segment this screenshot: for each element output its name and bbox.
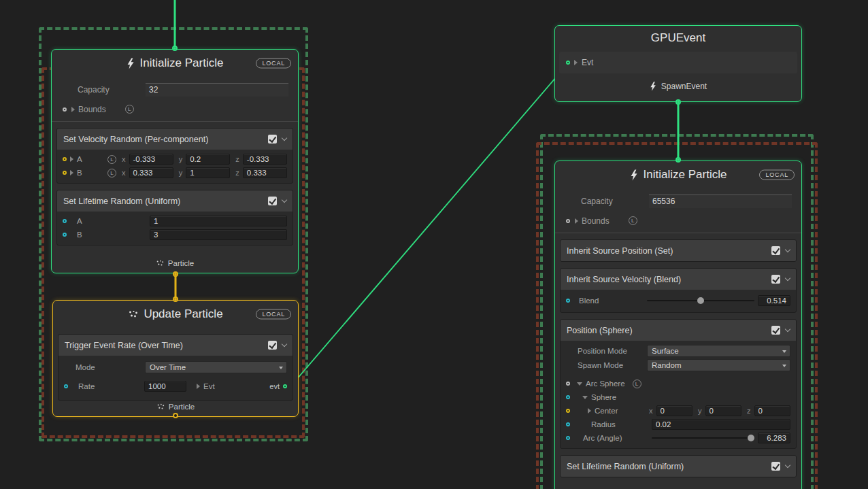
flow-port-left-initialize-out[interactable] (173, 271, 178, 277)
port-a[interactable] (63, 157, 67, 161)
edge-evt-to-gpuevent[interactable] (292, 63, 569, 385)
evt-input-port[interactable] (566, 61, 570, 65)
block-set-lifetime-random[interactable]: Set Lifetime Random (Uniform) A 1 B 3 (56, 190, 293, 246)
value-x-field[interactable]: 0.333 (129, 167, 173, 178)
arc-angle-value-field[interactable]: 6.283 (758, 433, 790, 443)
flow-port-update-in[interactable] (173, 297, 178, 302)
position-mode-dropdown[interactable]: Surface (647, 345, 790, 357)
chevron-down-icon[interactable] (785, 247, 790, 252)
blend-slider[interactable] (647, 297, 754, 305)
block-enabled-checkbox[interactable] (771, 462, 780, 471)
value-y-field[interactable]: 1 (186, 167, 230, 178)
block-header[interactable]: Set Velocity Random (Per-component) (57, 129, 293, 150)
triangle-right-icon[interactable] (70, 170, 73, 175)
block-header[interactable]: Trigger Event Rate (Over Time) (59, 335, 293, 356)
center-x-field[interactable]: 0 (656, 405, 693, 416)
port-b[interactable] (63, 171, 67, 175)
update-particle-context[interactable]: Update Particle LOCAL Trigger Event Rate… (52, 300, 299, 417)
chevron-down-icon[interactable] (785, 462, 790, 468)
block-enabled-checkbox[interactable] (771, 246, 780, 255)
block-header[interactable]: Position (Sphere) (561, 320, 796, 341)
block-body: A L x -0.333 y 0.2 z -0.333 B L x 0.333 (57, 150, 293, 183)
arc-sphere-port[interactable] (566, 382, 570, 386)
blend-port[interactable] (566, 299, 570, 303)
value-z-field[interactable]: -0.333 (243, 154, 287, 165)
block-enabled-checkbox[interactable] (771, 326, 780, 335)
blend-value-field[interactable]: 0.514 (758, 295, 790, 306)
port-b[interactable] (63, 233, 67, 237)
local-space-icon[interactable]: L (629, 216, 637, 225)
evt-output-port[interactable] (283, 384, 287, 388)
gpuevent-context[interactable]: GPUEvent Evt SpawnEvent (554, 25, 802, 102)
chevron-down-icon[interactable] (282, 341, 287, 347)
triangle-right-icon[interactable] (197, 384, 200, 389)
triangle-right-icon[interactable] (70, 156, 73, 162)
bounds-port[interactable] (566, 219, 570, 223)
value-y-field[interactable]: 0.2 (186, 154, 230, 165)
node-header[interactable]: Initialize Particle LOCAL (52, 50, 298, 77)
flow-port-gpuevent-out[interactable] (675, 99, 681, 105)
local-space-icon[interactable]: L (107, 169, 116, 178)
block-enabled-checkbox[interactable] (268, 197, 277, 205)
local-space-icon[interactable]: L (633, 380, 641, 388)
block-inherit-source-velocity[interactable]: Inherit Source Velocity (Blend) Blend 0.… (560, 268, 797, 313)
block-enabled-checkbox[interactable] (771, 275, 780, 284)
vfx-graph-canvas[interactable]: Initialize Particle LOCAL Capacity 32 Bo… (0, 0, 868, 489)
mode-dropdown[interactable]: Over Time (145, 361, 287, 373)
triangle-right-icon[interactable] (574, 60, 578, 65)
block-inherit-source-position[interactable]: Inherit Source Position (Set) (560, 239, 797, 262)
initialize-particle-context-right[interactable]: Initialize Particle LOCAL Capacity 65536… (554, 161, 802, 489)
block-enabled-checkbox[interactable] (268, 135, 277, 144)
rate-port[interactable] (64, 384, 68, 388)
block-header[interactable]: Set Lifetime Random (Uniform) (57, 190, 293, 212)
radius-port[interactable] (566, 422, 570, 426)
center-z-field[interactable]: 0 (754, 405, 791, 416)
chevron-down-icon[interactable] (785, 326, 790, 332)
sphere-port[interactable] (566, 395, 570, 399)
center-y-field[interactable]: 0 (705, 405, 742, 416)
block-trigger-event-rate[interactable]: Trigger Event Rate (Over Time) Mode Over… (58, 334, 293, 401)
rate-field[interactable]: 1000 (144, 381, 186, 392)
capacity-field[interactable]: 65536 (649, 195, 792, 208)
node-header[interactable]: Initialize Particle LOCAL (555, 161, 801, 188)
particles-icon (128, 310, 138, 318)
local-space-icon[interactable]: L (107, 155, 116, 164)
initialize-particle-context-left[interactable]: Initialize Particle LOCAL Capacity 32 Bo… (51, 49, 299, 273)
row-label: B (77, 231, 146, 239)
block-header[interactable]: Inherit Source Velocity (Blend) (561, 269, 796, 290)
local-space-icon[interactable]: L (125, 105, 134, 114)
node-header[interactable]: GPUEvent (555, 26, 801, 50)
value-x-field[interactable]: -0.333 (129, 154, 173, 165)
bounds-port[interactable] (63, 107, 67, 112)
node-header[interactable]: Update Particle LOCAL (53, 301, 298, 328)
foldout-open-icon[interactable] (582, 396, 588, 399)
value-field[interactable]: 1 (150, 216, 287, 226)
block-enabled-checkbox[interactable] (268, 341, 277, 350)
capacity-field[interactable]: 32 (146, 83, 288, 97)
flow-port-left-initialize-in[interactable] (172, 46, 178, 51)
footer-label: Particle (169, 403, 195, 411)
center-port[interactable] (566, 409, 570, 413)
chevron-down-icon[interactable] (282, 197, 287, 203)
value-z-field[interactable]: 0.333 (243, 167, 287, 178)
divider (555, 233, 801, 233)
value-field[interactable]: 3 (150, 229, 287, 240)
block-set-velocity-random[interactable]: Set Velocity Random (Per-component) A L … (56, 128, 293, 184)
block-header[interactable]: Inherit Source Position (Set) (561, 240, 796, 261)
port-a[interactable] (63, 219, 67, 223)
triangle-right-icon[interactable] (588, 408, 591, 414)
triangle-right-icon[interactable] (71, 107, 75, 112)
block-header[interactable]: Set Lifetime Random (Uniform) (561, 456, 796, 477)
arc-angle-port[interactable] (566, 436, 570, 440)
block-set-lifetime-random[interactable]: Set Lifetime Random (Uniform) (560, 455, 797, 477)
chevron-down-icon[interactable] (785, 275, 790, 281)
triangle-right-icon[interactable] (575, 218, 578, 224)
foldout-open-icon[interactable] (577, 382, 582, 386)
block-position-sphere[interactable]: Position (Sphere) Position Mode Surface … (560, 319, 797, 449)
radius-field[interactable]: 0.02 (652, 419, 790, 430)
flow-port-right-initialize-in[interactable] (675, 157, 681, 163)
flow-port-update-out[interactable] (173, 413, 178, 418)
spawn-mode-dropdown[interactable]: Random (647, 359, 790, 371)
arc-angle-slider[interactable] (652, 434, 754, 442)
chevron-down-icon[interactable] (282, 135, 287, 141)
